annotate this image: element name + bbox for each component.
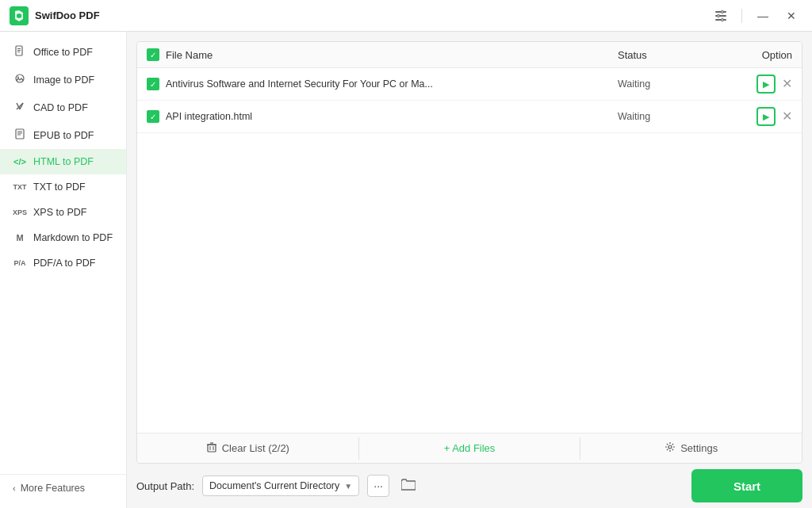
settings-label: Settings: [680, 442, 718, 454]
sidebar-item-xps-to-pdf[interactable]: XPS XPS to PDF: [0, 200, 126, 225]
header-status: Status: [618, 49, 729, 61]
sidebar: Office to PDF Image to PDF CAD to PD: [0, 32, 127, 508]
dots-icon: ···: [373, 479, 383, 492]
svg-point-24: [668, 445, 672, 449]
row2-checkbox[interactable]: ✓: [147, 110, 166, 123]
more-options-button[interactable]: ···: [367, 475, 389, 497]
chevron-left-icon: ‹: [13, 483, 16, 493]
folder-icon: [401, 478, 416, 494]
titlebar: SwifDoo PDF — ✕: [0, 0, 812, 32]
svg-point-10: [16, 74, 24, 82]
trash-icon: [206, 441, 217, 455]
row2-remove-button[interactable]: ✕: [782, 110, 792, 123]
gear-icon: [665, 441, 676, 455]
row2-play-button[interactable]: ▶: [756, 107, 776, 126]
settings-button[interactable]: Settings: [580, 434, 802, 463]
add-files-button[interactable]: + Add Files: [359, 434, 580, 462]
header-check[interactable]: ✓: [147, 48, 159, 61]
sidebar-label-txt-to-pdf: TXT to PDF: [33, 181, 86, 193]
file-panel: ✓ File Name Status Option ✓ Antivirus So…: [136, 41, 802, 464]
clear-list-button[interactable]: Clear List (2/2): [137, 434, 358, 463]
table-row: ✓ Antivirus Software and Internet Securi…: [137, 68, 802, 101]
sidebar-item-image-to-pdf[interactable]: Image to PDF: [0, 66, 126, 94]
row1-checkbox[interactable]: ✓: [147, 78, 166, 90]
minimize-button[interactable]: —: [752, 5, 774, 27]
browse-folder-button[interactable]: [397, 475, 419, 497]
output-directory-select[interactable]: Document's Current Directory ▼: [202, 476, 359, 496]
epub-icon: [13, 128, 27, 142]
row1-status: Waiting: [618, 78, 729, 90]
sidebar-label-pdfa-to-pdf: PDF/A to PDF: [33, 258, 96, 269]
sidebar-item-txt-to-pdf[interactable]: TXT TXT to PDF: [0, 174, 126, 200]
row1-actions: ▶ ✕: [729, 74, 792, 94]
xps-icon: XPS: [13, 208, 27, 216]
add-files-label: + Add Files: [444, 442, 496, 454]
markdown-icon: M: [13, 233, 27, 243]
office-icon: [13, 45, 27, 59]
header-option: Option: [729, 49, 792, 61]
sidebar-label-markdown-to-pdf: Markdown to PDF: [33, 232, 113, 243]
start-label: Start: [733, 479, 760, 493]
row1-play-button[interactable]: ▶: [756, 74, 776, 94]
output-path-label: Output Path:: [136, 480, 194, 492]
clear-list-label: Clear List (2/2): [222, 442, 289, 454]
svg-rect-1: [715, 15, 726, 17]
sidebar-item-markdown-to-pdf[interactable]: M Markdown to PDF: [0, 225, 126, 250]
svg-rect-19: [208, 445, 216, 452]
sidebar-item-html-to-pdf[interactable]: </> HTML to PDF: [0, 149, 126, 174]
app-title: SwifDoo PDF: [35, 10, 710, 21]
row2-actions: ▶ ✕: [729, 107, 792, 126]
table-row: ✓ API integration.html Waiting ▶ ✕: [137, 101, 802, 133]
svg-rect-9: [17, 52, 20, 52]
header-checkbox-col: ✓: [147, 48, 166, 61]
row2-check[interactable]: ✓: [147, 110, 159, 123]
cad-icon: [13, 101, 27, 114]
sidebar-spacer: [0, 276, 126, 474]
svg-rect-8: [17, 50, 21, 51]
sidebar-item-pdfa-to-pdf[interactable]: P/A PDF/A to PDF: [0, 250, 126, 276]
content-area: ✓ File Name Status Option ✓ Antivirus So…: [127, 32, 812, 508]
sidebar-label-office-to-pdf: Office to PDF: [33, 47, 93, 58]
more-features-label: More Features: [21, 483, 85, 494]
svg-rect-5: [722, 18, 723, 21]
svg-rect-0: [715, 11, 726, 13]
sidebar-label-html-to-pdf: HTML to PDF: [33, 156, 94, 167]
chevron-down-icon: ▼: [344, 482, 352, 491]
row2-status: Waiting: [618, 111, 729, 122]
txt-icon: TXT: [13, 183, 27, 191]
more-features-button[interactable]: ‹ More Features: [0, 474, 126, 502]
app-logo: [10, 6, 29, 25]
image-icon: [13, 73, 27, 86]
window-controls: — ✕: [710, 5, 802, 27]
svg-rect-4: [718, 14, 719, 17]
table-toolbar: Clear List (2/2) + Add Files Settings: [137, 433, 802, 463]
row1-filename: Antivirus Software and Internet Security…: [166, 78, 618, 90]
sidebar-item-office-to-pdf[interactable]: Office to PDF: [0, 38, 126, 66]
pdfa-icon: P/A: [13, 259, 27, 267]
sidebar-label-epub-to-pdf: EPUB to PDF: [33, 130, 94, 141]
empty-space: [137, 133, 802, 433]
settings-window-button[interactable]: [710, 5, 732, 27]
sidebar-label-image-to-pdf: Image to PDF: [33, 74, 94, 86]
svg-rect-2: [715, 19, 726, 21]
main-layout: Office to PDF Image to PDF CAD to PD: [0, 32, 812, 508]
titlebar-separator: [741, 9, 742, 23]
row1-remove-button[interactable]: ✕: [782, 78, 792, 90]
header-filename: File Name: [166, 49, 618, 61]
sidebar-item-epub-to-pdf[interactable]: EPUB to PDF: [0, 121, 126, 149]
sidebar-label-xps-to-pdf: XPS to PDF: [33, 207, 86, 218]
start-button[interactable]: Start: [691, 469, 802, 502]
row1-check[interactable]: ✓: [147, 78, 159, 90]
svg-rect-7: [17, 48, 21, 49]
html-icon: </>: [13, 157, 27, 166]
row2-filename: API integration.html: [166, 111, 618, 122]
close-button[interactable]: ✕: [780, 5, 802, 27]
bottom-bar: Output Path: Document's Current Director…: [127, 464, 812, 508]
svg-rect-15: [16, 129, 24, 139]
sidebar-label-cad-to-pdf: CAD to PDF: [33, 102, 88, 113]
sidebar-item-cad-to-pdf[interactable]: CAD to PDF: [0, 94, 126, 121]
svg-rect-3: [722, 10, 723, 13]
output-directory-value: Document's Current Directory: [209, 480, 339, 491]
table-header: ✓ File Name Status Option: [137, 42, 802, 68]
